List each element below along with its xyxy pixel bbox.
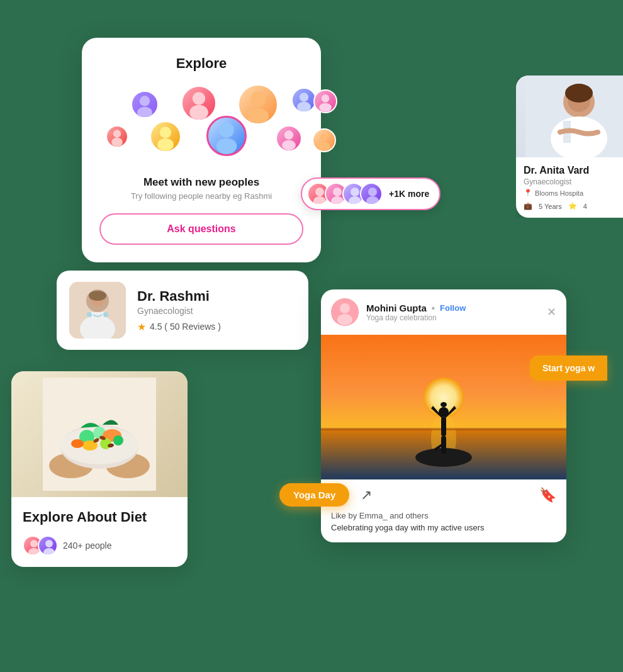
star-icon: ★ [137, 321, 146, 333]
svg-point-1 [137, 107, 152, 117]
svg-point-10 [113, 130, 121, 137]
yoga-card-footer: Like by Emma_ and others Celebrating yog… [321, 511, 566, 542]
svg-point-47 [113, 435, 123, 445]
svg-point-18 [320, 133, 328, 142]
svg-point-56 [340, 303, 350, 313]
svg-point-17 [282, 140, 296, 150]
svg-point-25 [349, 196, 361, 205]
svg-point-15 [216, 138, 237, 154]
svg-point-16 [284, 130, 293, 139]
svg-point-21 [313, 196, 326, 205]
explore-meet-text: Meet with new peoples [99, 176, 303, 189]
more-count-text: +1K more [389, 189, 429, 199]
svg-point-2 [193, 92, 205, 104]
svg-point-3 [189, 105, 208, 120]
bookmark-icon[interactable]: 🔖 [539, 487, 556, 503]
svg-point-53 [45, 540, 53, 547]
scatter-avatar [181, 86, 216, 121]
explore-card: Explore [82, 38, 321, 262]
years-label: 5 Years [539, 203, 562, 210]
yoga-day-badge: Yoga Day [279, 483, 349, 507]
yoga-post-card: Mohini Gupta • Follow Yoga day celebrati… [321, 289, 566, 542]
svg-point-57 [337, 314, 352, 325]
yoga-likes: Like by Emma_ and others [331, 511, 556, 520]
svg-point-27 [366, 196, 379, 205]
svg-point-19 [318, 142, 330, 151]
yoga-post-subtitle: Yoga day celebration [366, 313, 539, 322]
doctor-rashmi-card: Dr. Rashmi Gynaecologist ★ 4.5 ( 50 Revi… [57, 271, 308, 350]
svg-point-20 [315, 188, 324, 196]
scatter-avatar [106, 125, 128, 148]
scatter-avatar [150, 121, 181, 152]
scatter-avatar [131, 91, 159, 118]
diet-card: Explore About Diet 240+ people [11, 371, 188, 567]
yoga-card-actions: 💬 ↗ 🔖 [321, 479, 566, 511]
diet-people: 240+ people [23, 535, 176, 556]
scatter-avatar [312, 128, 336, 152]
svg-point-46 [71, 439, 84, 448]
svg-point-14 [219, 123, 234, 138]
anita-photo [516, 76, 623, 157]
anita-name: Dr. Anita Vard [524, 165, 623, 176]
svg-point-35 [89, 291, 106, 301]
svg-point-32 [87, 312, 92, 317]
svg-point-12 [160, 126, 171, 138]
svg-point-9 [319, 103, 332, 112]
avatars-scatter [99, 84, 303, 166]
yoga-post-image [321, 335, 566, 479]
anita-meta: 💼 5 Years ⭐ 4 [524, 202, 623, 210]
scatter-avatar [238, 84, 278, 125]
scatter-avatar [313, 89, 337, 113]
scatter-avatar [291, 87, 317, 113]
svg-point-33 [103, 312, 108, 317]
yoga-user-avatar [331, 298, 359, 326]
diet-image [11, 371, 188, 497]
svg-point-51 [30, 540, 38, 547]
scatter-avatar [276, 125, 302, 152]
yoga-user-name: Mohini Gupta • Follow [366, 303, 539, 313]
more-pill[interactable]: +1K more [301, 177, 441, 210]
svg-point-54 [43, 548, 55, 556]
svg-point-24 [351, 188, 359, 196]
svg-point-22 [333, 188, 342, 196]
follow-button[interactable]: Follow [440, 303, 466, 313]
diet-card-body: Explore About Diet 240+ people [11, 497, 188, 567]
explore-title: Explore [99, 55, 303, 72]
svg-point-26 [368, 188, 377, 196]
explore-sub-text: Try following people nearby eg Rashmi [99, 191, 303, 201]
svg-point-13 [157, 138, 174, 151]
anita-specialty: Gynaecologist [524, 177, 623, 186]
svg-point-5 [247, 108, 269, 123]
yoga-user-info: Mohini Gupta • Follow Yoga day celebrati… [366, 303, 539, 322]
scatter-avatar-center [206, 116, 247, 156]
doctor-rashmi-info: Dr. Rashmi Gynaecologist ★ 4.5 ( 50 Revi… [137, 288, 296, 333]
more-pill-avatar [360, 182, 383, 205]
star-icon: ⭐ [568, 202, 577, 210]
anita-card: Dr. Anita Vard Gynaecologist 📍 Blooms Ho… [516, 76, 623, 218]
svg-point-8 [322, 94, 330, 103]
svg-point-66 [441, 402, 447, 407]
rating-label: 4 [583, 203, 587, 210]
diet-people-count: 240+ people [63, 540, 111, 551]
svg-point-73 [565, 84, 593, 103]
anita-location: 📍 Blooms Hospita [524, 189, 623, 197]
anita-body: Dr. Anita Vard Gynaecologist 📍 Blooms Ho… [516, 157, 623, 218]
svg-point-0 [140, 96, 150, 106]
svg-point-6 [300, 92, 308, 101]
doctor-rashmi-avatar [69, 282, 126, 339]
doctor-rashmi-rating: ★ 4.5 ( 50 Reviews ) [137, 321, 296, 333]
share-icon[interactable]: ↗ [361, 487, 372, 503]
diet-avatars [23, 535, 58, 556]
diet-avatar [38, 535, 58, 556]
ask-questions-button[interactable]: Ask questions [99, 213, 303, 245]
svg-point-11 [111, 138, 123, 147]
doctor-rashmi-specialty: Gynaecologist [137, 306, 296, 316]
svg-point-7 [297, 102, 311, 111]
rating-value: 4.5 ( 50 Reviews ) [150, 322, 221, 332]
yoga-card-header: Mohini Gupta • Follow Yoga day celebrati… [321, 289, 566, 335]
location-icon: 📍 [524, 189, 532, 197]
close-button[interactable]: ✕ [547, 305, 556, 319]
diet-title: Explore About Diet [23, 508, 176, 527]
yoga-caption: Celebrating yoga day with my active user… [331, 523, 556, 532]
start-yoga-badge[interactable]: Start yoga w [530, 356, 607, 381]
